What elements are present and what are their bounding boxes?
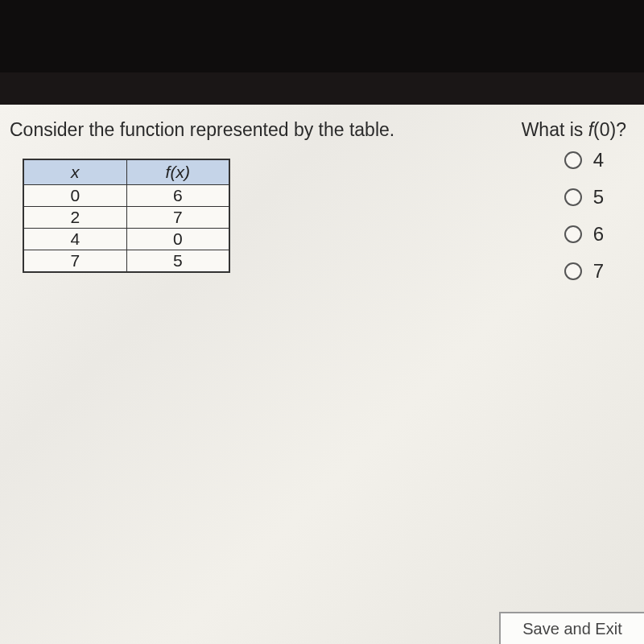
question-prefix: What is (522, 119, 588, 140)
table-header-fx: f(x) (126, 159, 229, 185)
table-cell-x: 0 (23, 185, 126, 207)
table-cell-fx: 0 (126, 229, 229, 250)
table-row: 7 5 (23, 250, 229, 273)
option-5[interactable]: 5 (564, 186, 604, 208)
table-cell-fx: 7 (126, 207, 229, 229)
radio-icon[interactable] (564, 262, 582, 280)
table-cell-fx: 5 (126, 250, 229, 273)
radio-icon[interactable] (564, 151, 582, 169)
option-label: 4 (593, 149, 604, 171)
table-cell-fx: 6 (126, 185, 229, 207)
tab-strip (0, 72, 644, 105)
option-4[interactable]: 4 (564, 149, 604, 171)
answer-options: 4 5 6 7 (564, 149, 604, 283)
question-argument: (0)? (593, 119, 626, 140)
question-text: What is f(0)? (522, 119, 626, 141)
radio-icon[interactable] (564, 188, 582, 206)
table-cell-x: 4 (23, 229, 126, 250)
function-table: x f(x) 0 6 2 7 4 0 7 5 (23, 159, 230, 273)
table-row: 0 6 (23, 185, 229, 207)
option-6[interactable]: 6 (564, 223, 604, 246)
option-label: 6 (593, 223, 604, 246)
question-panel: Consider the function represented by the… (0, 105, 644, 644)
table-cell-x: 2 (23, 207, 126, 229)
table-row: 4 0 (23, 229, 229, 250)
table-cell-x: 7 (23, 250, 126, 273)
option-7[interactable]: 7 (564, 260, 604, 283)
table-row: 2 7 (23, 207, 229, 229)
footer-bar: Save and Exit (499, 612, 644, 644)
save-and-exit-button[interactable]: Save and Exit (522, 620, 621, 638)
radio-icon[interactable] (564, 225, 582, 243)
table-header-x: x (23, 159, 126, 185)
window-chrome-top (0, 0, 644, 105)
option-label: 5 (593, 186, 604, 208)
option-label: 7 (593, 260, 604, 283)
